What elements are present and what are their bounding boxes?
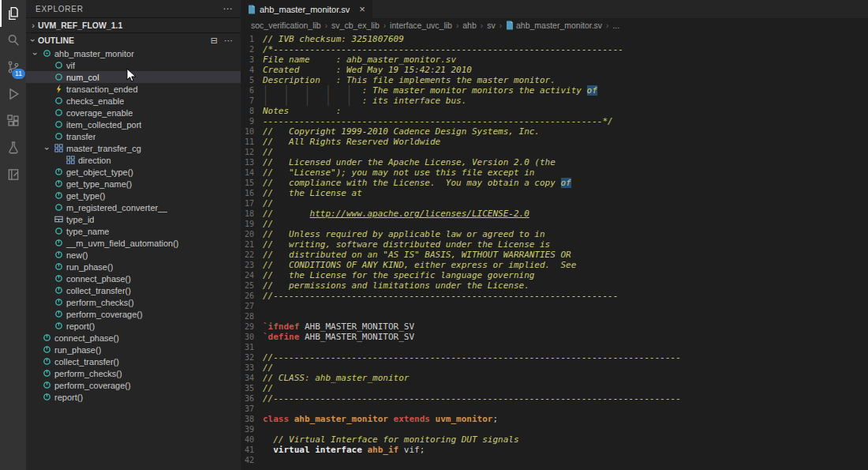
code-line[interactable]: 25// permissions and limitations under t… — [241, 280, 868, 291]
code-line[interactable]: 8Notes : — [241, 106, 868, 116]
outline-item-vif[interactable]: vif — [26, 59, 241, 71]
code-line[interactable]: 6│ │ │ │ │ : The master monitor monitors… — [241, 85, 868, 96]
close-icon[interactable]: × — [359, 4, 365, 14]
code-line[interactable]: 40 // Virtual Interface for monitoring D… — [241, 434, 868, 445]
breadcrumb-item[interactable]: interface_uvc_lib — [390, 21, 452, 30]
section-uvm-ref-flow[interactable]: › UVM_REF_FLOW_1.1 — [26, 17, 241, 32]
outline-item-perform_checks[interactable]: perform_checks() — [26, 367, 241, 379]
code-line[interactable]: 33// — [241, 363, 868, 373]
code-line[interactable]: 11// All Rights Reserved Worldwide — [241, 137, 868, 147]
outline-item-report[interactable]: report() — [26, 391, 241, 403]
breadcrumb-item[interactable]: sv_cb_ex_lib — [331, 21, 380, 30]
outline-item-collect_transfer[interactable]: collect_transfer() — [26, 284, 241, 296]
code-line[interactable]: 39 — [241, 424, 868, 434]
outline-item-item_collected_port[interactable]: item_collected_port — [26, 118, 241, 130]
outline-item-perform_coverage[interactable]: perform_coverage() — [26, 308, 241, 320]
code-line[interactable]: 4Created : Wed May 19 15:42:21 2010 — [241, 65, 868, 75]
outline-item-collect_transfer[interactable]: collect_transfer() — [26, 355, 241, 367]
breadcrumb-item[interactable]: soc_verification_lib — [251, 21, 321, 30]
outline-item-__m_uvm_field_automation[interactable]: __m_uvm_field_automation() — [26, 237, 241, 249]
code-line[interactable]: 1// IVB checksum: 3251807609 — [241, 34, 868, 44]
outline-item-label: perform_checks() — [53, 369, 122, 378]
outline-item-connect_phase[interactable]: connect_phase() — [26, 273, 241, 284]
code-line[interactable]: 29`ifndef AHB_MASTER_MONITOR_SV — [241, 321, 868, 332]
code-line[interactable]: 30`define AHB_MASTER_MONITOR_SV — [241, 332, 868, 342]
line-number: 36 — [241, 393, 254, 404]
code-line[interactable]: 9---------------------------------------… — [241, 116, 868, 126]
code-line[interactable]: 37 — [241, 404, 868, 414]
code-line[interactable]: 27 — [241, 301, 868, 311]
outline-item-connect_phase[interactable]: connect_phase() — [26, 332, 241, 344]
code-line[interactable]: 24// the License for the specific langua… — [241, 270, 868, 280]
code-line[interactable]: 41 virtual interface ahb_if vif; — [241, 445, 868, 455]
outline-item-ahb_master_monitor[interactable]: ›ahb_master_monitor — [26, 47, 241, 59]
outline-item-get_type_name[interactable]: get_type_name() — [26, 178, 241, 190]
code-line[interactable]: 17// — [241, 198, 868, 209]
more-actions-icon[interactable]: ⋯ — [224, 36, 233, 46]
method-icon — [40, 356, 53, 367]
outline-item-report[interactable]: report() — [26, 320, 241, 332]
section-label: OUTLINE — [38, 36, 74, 45]
code-line[interactable]: 22// distributed on an "AS IS" BASIS, WI… — [241, 250, 868, 260]
chevron-down-icon[interactable]: › — [31, 49, 40, 58]
outline-item-get_object_type[interactable]: get_object_type() — [26, 166, 241, 178]
activity-item-search[interactable] — [0, 27, 26, 54]
activity-item-explorer[interactable] — [0, 0, 26, 27]
outline-item-transfer[interactable]: transfer — [26, 130, 241, 142]
outline-item-run_phase[interactable]: run_phase() — [26, 261, 241, 273]
outline-item-get_type[interactable]: get_type() — [26, 190, 241, 201]
outline-item-num_col[interactable]: num_col — [26, 71, 241, 83]
outline-item-run_phase[interactable]: run_phase() — [26, 344, 241, 355]
code-line[interactable]: 26//------------------------------------… — [241, 291, 868, 301]
code-line[interactable]: 19// — [241, 219, 868, 229]
code-line[interactable]: 3File name : ahb_master_monitor.sv — [241, 55, 868, 65]
activity-item-testing[interactable] — [0, 134, 26, 161]
more-actions-icon[interactable]: ⋯ — [223, 3, 233, 14]
code-line[interactable]: 34// CLASS: ahb_master_monitor — [241, 373, 868, 383]
code-line[interactable]: 18// http://www.apache.org/licenses/LICE… — [241, 209, 868, 219]
outline-item-coverage_enable[interactable]: coverage_enable — [26, 107, 241, 118]
outline-item-type_id[interactable]: type_id — [26, 213, 241, 225]
code-line[interactable]: 2/*-------------------------------------… — [241, 44, 868, 55]
outline-item-checks_enable[interactable]: checks_enable — [26, 95, 241, 107]
code-line[interactable]: 15// compliance with the License. You ma… — [241, 178, 868, 188]
code-line[interactable]: 32//------------------------------------… — [241, 352, 868, 363]
activity-item-source-control[interactable]: 11 — [0, 54, 26, 81]
code-line[interactable]: 38class ahb_master_monitor extends uvm_m… — [241, 414, 868, 424]
chevron-down-icon[interactable]: › — [43, 144, 52, 153]
outline-item-transaction_ended[interactable]: transaction_ended — [26, 83, 241, 95]
code-line[interactable]: 7│ │ │ │ │ : its interface bus. — [241, 96, 868, 106]
code-line[interactable]: 42 — [241, 455, 868, 465]
code-line[interactable]: 31 — [241, 342, 868, 352]
code-line[interactable]: 36//------------------------------------… — [241, 393, 868, 404]
code-line[interactable]: 10// Copyright 1999-2010 Cadence Design … — [241, 126, 868, 137]
breadcrumb-item[interactable]: sv — [487, 21, 496, 30]
code-line[interactable]: 12// — [241, 147, 868, 157]
breadcrumb-label: ahb_master_monitor.sv — [516, 21, 602, 30]
collapse-all-icon[interactable]: ⊟ — [211, 36, 218, 46]
code-line[interactable]: 14// "License"); you may not use this fi… — [241, 167, 868, 178]
tab-ahb-master-monitor[interactable]: ahb_master_monitor.sv × — [241, 0, 372, 18]
outline-item-master_transfer_cg[interactable]: ›master_transfer_cg — [26, 142, 241, 154]
breadcrumb-item[interactable]: ahb_master_monitor.sv — [506, 21, 602, 30]
code-line[interactable]: 13// Licensed under the Apache License, … — [241, 157, 868, 167]
activity-item-notebook[interactable] — [0, 161, 26, 188]
code-line[interactable]: 20// Unless required by applicable law o… — [241, 229, 868, 239]
activity-item-run-and-debug[interactable] — [0, 81, 26, 107]
outline-item-new[interactable]: new() — [26, 249, 241, 261]
breadcrumb-item[interactable]: ... — [612, 21, 619, 30]
code-line[interactable]: 5Description : This file implements the … — [241, 75, 868, 85]
outline-item-perform_coverage[interactable]: perform_coverage() — [26, 379, 241, 391]
outline-item-direction[interactable]: direction — [26, 154, 241, 166]
code-line[interactable]: 23// CONDITIONS OF ANY KIND, either expr… — [241, 260, 868, 270]
code-line[interactable]: 16// the License at — [241, 188, 868, 198]
section-outline[interactable]: › OUTLINE ⊟ ⋯ — [26, 32, 241, 47]
outline-item-perform_checks[interactable]: perform_checks() — [26, 296, 241, 308]
code-line[interactable]: 35// — [241, 383, 868, 393]
outline-item-type_name[interactable]: type_name — [26, 225, 241, 237]
code-line[interactable]: 28 — [241, 311, 868, 321]
outline-item-m_registered_converter__[interactable]: m_registered_converter__ — [26, 201, 241, 213]
breadcrumb-item[interactable]: ahb — [462, 21, 477, 30]
activity-item-extensions[interactable] — [0, 107, 26, 134]
code-line[interactable]: 21// writing, software distributed under… — [241, 239, 868, 250]
